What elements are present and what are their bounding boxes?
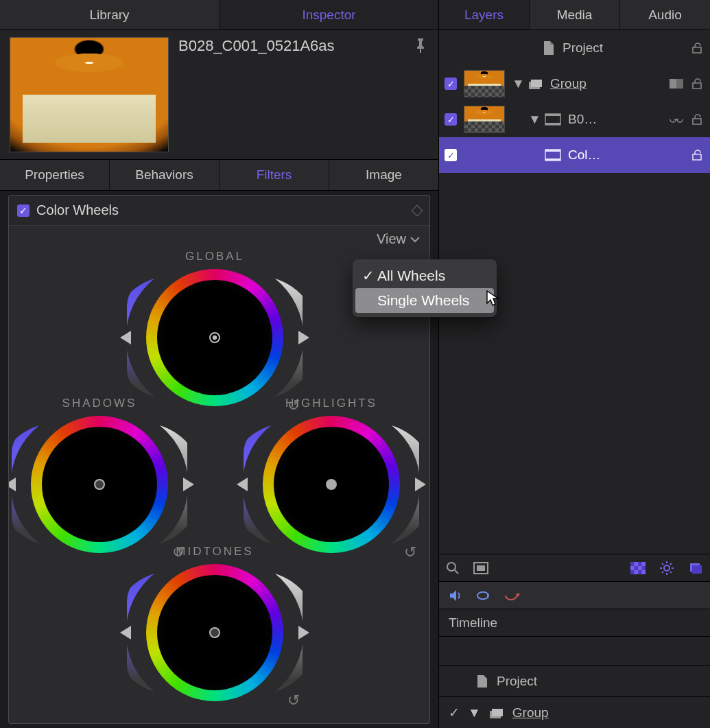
shadows-bright-handle[interactable]: [183, 478, 194, 491]
lock-icon[interactable]: [691, 113, 705, 126]
enable-filter-checkbox[interactable]: ✓: [17, 204, 29, 217]
record-icon[interactable]: [504, 589, 520, 602]
timeline-project-name: Project: [497, 674, 537, 689]
svg-point-20: [664, 565, 670, 571]
timeline-header: Timeline: [439, 609, 710, 636]
visibility-checkbox[interactable]: ✓: [445, 113, 457, 126]
midtones-sat-handle[interactable]: [120, 626, 131, 639]
search-icon[interactable]: [446, 561, 460, 575]
svg-rect-9: [545, 158, 560, 161]
highlights-color-wheel[interactable]: ↺: [263, 416, 400, 553]
stack-icon[interactable]: [688, 561, 703, 575]
view-menu-item-all[interactable]: ✓ All Wheels: [353, 263, 497, 288]
svg-rect-1: [531, 80, 542, 87]
svg-rect-8: [545, 150, 560, 152]
svg-rect-15: [638, 562, 642, 566]
project-name: Project: [563, 40, 684, 56]
clip-thumbnail[interactable]: [10, 37, 169, 152]
checker-icon[interactable]: [630, 562, 646, 574]
shadows-wheel-label: SHADOWS: [31, 397, 168, 410]
global-color-wheel[interactable]: ↺: [146, 269, 283, 406]
project-icon: [476, 674, 488, 688]
timeline-row-group[interactable]: ✓ ▼ Group: [439, 696, 710, 728]
svg-rect-12: [477, 565, 485, 571]
shadows-color-wheel[interactable]: ↺: [31, 416, 168, 553]
view-menu-button[interactable]: View: [9, 226, 429, 247]
subtab-behaviors[interactable]: Behaviors: [109, 160, 219, 190]
visibility-checkbox[interactable]: ✓: [449, 705, 460, 720]
clip-name: B028_C001_0521A6as: [178, 37, 405, 152]
pass-through-icon[interactable]: [669, 78, 684, 89]
highlights-bright-handle[interactable]: [415, 478, 426, 491]
svg-rect-19: [638, 570, 642, 574]
global-wheel-control[interactable]: [209, 332, 220, 343]
pin-icon[interactable]: [415, 37, 429, 152]
group-stack-icon: [489, 707, 504, 719]
loop-icon[interactable]: [475, 590, 491, 601]
tab-inspector[interactable]: Inspector: [219, 0, 438, 30]
visibility-checkbox[interactable]: ✓: [445, 78, 457, 90]
clip-thumbnail-mini: [464, 106, 505, 133]
layer-row-effect[interactable]: ✓ Col…: [439, 137, 710, 173]
filter-filmstrip-icon: [545, 149, 561, 161]
filter-title: Color Wheels: [36, 202, 413, 218]
timeline-row-project[interactable]: Project: [439, 665, 710, 696]
midtones-bright-handle[interactable]: [298, 626, 309, 639]
layer-row-clip[interactable]: ✓ ▼ B0…: [439, 102, 710, 137]
view-menu-item-single[interactable]: Single Wheels: [355, 288, 494, 313]
global-bright-handle[interactable]: [298, 331, 309, 344]
svg-rect-17: [642, 566, 646, 570]
view-menu-single-label: Single Wheels: [377, 292, 469, 309]
lock-icon[interactable]: [691, 78, 705, 90]
group-thumbnail: [464, 70, 505, 97]
svg-rect-6: [545, 123, 560, 125]
shadows-sat-handle[interactable]: [8, 478, 16, 491]
highlights-reset-icon[interactable]: ↺: [404, 543, 416, 561]
gear-icon[interactable]: [659, 561, 674, 576]
disclosure-triangle-icon[interactable]: ▼: [468, 705, 481, 720]
layer-row-project[interactable]: Project: [439, 30, 710, 66]
midtones-wheel-control[interactable]: [209, 627, 220, 638]
lock-icon[interactable]: [691, 42, 705, 54]
highlights-wheel-label: HIGHLIGHTS: [263, 397, 400, 410]
keyframe-diamond-icon[interactable]: [412, 204, 423, 216]
highlights-wheel-control[interactable]: [326, 479, 337, 490]
link-icon[interactable]: [669, 115, 684, 124]
svg-rect-24: [492, 709, 503, 716]
project-icon: [542, 40, 556, 56]
midtones-wheel-label: MIDTONES: [146, 545, 283, 559]
group-name[interactable]: Group: [550, 76, 662, 91]
svg-point-10: [447, 563, 455, 571]
visibility-checkbox[interactable]: ✓: [445, 149, 457, 161]
tab-layers[interactable]: Layers: [439, 0, 529, 30]
disclosure-triangle-icon[interactable]: ▼: [512, 76, 521, 91]
global-wheel-label: GLOBAL: [146, 250, 283, 263]
tab-library[interactable]: Library: [0, 0, 219, 30]
tab-media[interactable]: Media: [529, 0, 619, 30]
subtab-filters[interactable]: Filters: [219, 160, 329, 190]
cursor-icon: [486, 290, 501, 307]
svg-rect-18: [630, 570, 635, 574]
effect-layer-name: Col…: [568, 148, 684, 163]
filmstrip-icon: [545, 113, 561, 126]
highlights-sat-handle[interactable]: [237, 478, 248, 491]
svg-rect-22: [692, 565, 702, 574]
global-sat-handle[interactable]: [120, 331, 131, 344]
shadows-wheel-control[interactable]: [94, 479, 105, 490]
speaker-icon[interactable]: [449, 589, 462, 602]
midtones-color-wheel[interactable]: ↺: [146, 564, 283, 701]
clip-layer-name: B0…: [568, 112, 662, 127]
layer-row-group[interactable]: ✓ ▼ Group: [439, 66, 710, 102]
chevron-down-icon: [410, 236, 420, 243]
frame-icon[interactable]: [473, 562, 488, 574]
timeline-group-name[interactable]: Group: [512, 705, 549, 720]
subtab-properties[interactable]: Properties: [0, 160, 109, 190]
midtones-reset-icon[interactable]: ↺: [287, 692, 300, 709]
svg-rect-5: [545, 114, 560, 116]
tab-audio[interactable]: Audio: [619, 0, 710, 30]
disclosure-triangle-icon[interactable]: ▼: [528, 112, 538, 127]
subtab-image[interactable]: Image: [329, 160, 438, 190]
view-menu-popup: ✓ All Wheels Single Wheels: [353, 259, 497, 317]
lock-icon[interactable]: [691, 149, 705, 161]
svg-rect-16: [635, 566, 639, 570]
